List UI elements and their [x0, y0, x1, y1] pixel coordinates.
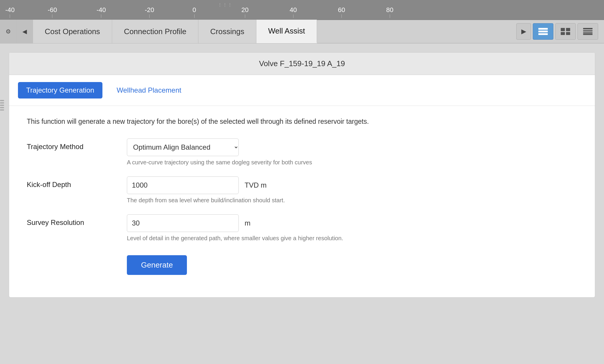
sub-tab-trajectory-generation[interactable]: Trajectory Generation	[18, 82, 102, 98]
generate-button[interactable]: Generate	[127, 255, 187, 275]
kickoff-depth-field: TVD m The depth from sea level where bui…	[127, 176, 577, 204]
ruler-tick-neg60: -60	[48, 6, 57, 18]
chevron-left-icon: ◀	[22, 28, 27, 35]
generate-row: Generate	[27, 252, 577, 275]
ruler-tick-0: 0	[193, 6, 196, 18]
ruler-tick-60: 60	[338, 6, 345, 18]
chevron-right-icon: ▶	[521, 28, 526, 35]
kickoff-depth-input[interactable]	[127, 176, 239, 194]
view-button-list[interactable]	[533, 23, 553, 40]
survey-resolution-field: m Level of detail in the generated path,…	[127, 214, 577, 242]
form-description: This function will generate a new trajec…	[27, 116, 380, 127]
tab-nav-forward-button[interactable]: ▶	[516, 23, 531, 40]
trajectory-method-field: Optimum Align Balanced Minimum Curvature…	[127, 138, 577, 166]
tab-bar: ⚙ ◀ Cost Operations Connection Profile C…	[0, 20, 604, 44]
view-button-table[interactable]	[578, 23, 598, 40]
main-content: Volve F_159-19_19 A_19 Trajectory Genera…	[0, 44, 604, 364]
list-view-icon	[538, 27, 548, 36]
svg-rect-5	[561, 32, 565, 35]
survey-resolution-unit: m	[245, 219, 250, 227]
svg-rect-8	[583, 30, 593, 31]
tab-well-assist[interactable]: Well Assist	[256, 20, 317, 43]
left-edge-marks	[0, 100, 5, 111]
svg-rect-4	[566, 28, 570, 31]
ruler-tick-neg20: -20	[145, 6, 154, 18]
svg-rect-6	[566, 32, 570, 35]
trajectory-method-input-row: Optimum Align Balanced Minimum Curvature…	[127, 138, 577, 156]
tab-cost-operations[interactable]: Cost Operations	[33, 20, 112, 43]
svg-rect-1	[538, 31, 548, 32]
ruler-tick-40: 40	[290, 6, 297, 18]
grid-view-icon	[560, 27, 571, 36]
form-area: This function will generate a new trajec…	[9, 106, 595, 297]
panel: Volve F_159-19_19 A_19 Trajectory Genera…	[9, 52, 595, 298]
kickoff-depth-unit: TVD m	[245, 181, 267, 189]
tab-connection-profile[interactable]: Connection Profile	[112, 20, 198, 43]
gear-icon: ⚙	[6, 28, 11, 35]
table-view-icon	[583, 27, 593, 36]
view-button-grid[interactable]	[555, 23, 576, 40]
trajectory-method-hint: A curve-curve trajectory using the same …	[127, 159, 577, 166]
survey-resolution-label: Survey Resolution	[27, 214, 127, 227]
kickoff-depth-input-row: TVD m	[127, 176, 577, 194]
survey-resolution-row: Survey Resolution m Level of detail in t…	[27, 214, 577, 242]
kickoff-depth-label: Kick-off Depth	[27, 176, 127, 189]
svg-rect-9	[583, 32, 593, 34]
survey-resolution-hint: Level of detail in the generated path, w…	[127, 235, 577, 242]
ruler: -40 -60 -40 -20 0 20 40 60 80 ⋮⋮⋮	[0, 0, 604, 20]
tab-crossings[interactable]: Crossings	[198, 20, 256, 43]
ruler-tick-80: 80	[386, 6, 393, 18]
trajectory-method-label: Trajectory Method	[27, 138, 127, 151]
svg-rect-0	[538, 28, 548, 30]
svg-rect-3	[561, 28, 565, 31]
kickoff-depth-row: Kick-off Depth TVD m The depth from sea …	[27, 176, 577, 204]
panel-title: Volve F_159-19_19 A_19	[9, 53, 595, 75]
tab-bar-right: ▶	[516, 20, 604, 43]
svg-rect-10	[583, 34, 593, 35]
svg-rect-7	[583, 28, 593, 29]
ruler-tick-20: 20	[241, 6, 248, 18]
trajectory-method-row: Trajectory Method Optimum Align Balanced…	[27, 138, 577, 166]
survey-resolution-input-row: m	[127, 214, 577, 232]
tab-bar-left: ⚙ ◀ Cost Operations Connection Profile C…	[0, 20, 317, 43]
svg-rect-2	[538, 33, 548, 35]
survey-resolution-input[interactable]	[127, 214, 239, 232]
nav-back-button[interactable]: ◀	[16, 20, 33, 43]
ruler-tick-neg40: -40	[5, 6, 15, 18]
trajectory-method-select[interactable]: Optimum Align Balanced Minimum Curvature…	[127, 138, 239, 156]
settings-icon-button[interactable]: ⚙	[0, 20, 16, 43]
ruler-tick-neg40b: -40	[97, 6, 106, 18]
kickoff-depth-hint: The depth from sea level where build/inc…	[127, 197, 577, 204]
sub-tab-wellhead-placement[interactable]: Wellhead Placement	[108, 82, 190, 98]
sub-tabs: Trajectory Generation Wellhead Placement	[9, 75, 595, 106]
